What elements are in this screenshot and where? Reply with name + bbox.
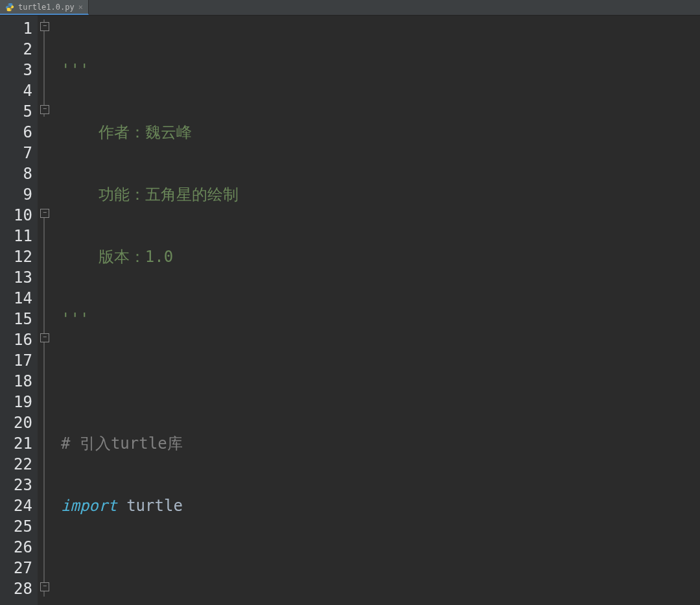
fold-marker[interactable]: − xyxy=(40,105,49,114)
code-line[interactable] xyxy=(61,558,700,578)
line-number: 23 xyxy=(0,475,32,495)
line-number: 14 xyxy=(0,288,32,309)
fold-column: − − − − − xyxy=(38,16,61,605)
code-line[interactable]: ''' xyxy=(61,60,700,80)
code-area[interactable]: ''' 作者：魏云峰 功能：五角星的绘制 版本：1.0 ''' # 引入turt… xyxy=(61,16,700,605)
line-number: 24 xyxy=(0,495,32,516)
file-tab[interactable]: turtle1.0.py × xyxy=(0,0,89,15)
line-number: 21 xyxy=(0,433,32,454)
line-number: 27 xyxy=(0,558,32,578)
code-line[interactable]: import turtle xyxy=(61,495,700,516)
fold-marker[interactable]: − xyxy=(40,209,49,218)
fold-marker[interactable]: − xyxy=(40,22,49,31)
line-number: 3 xyxy=(0,60,32,80)
line-number: 5 xyxy=(0,101,32,122)
line-number: 13 xyxy=(0,267,32,288)
fold-marker[interactable]: − xyxy=(40,582,49,591)
code-line[interactable]: ''' xyxy=(61,309,700,329)
line-number: 8 xyxy=(0,163,32,184)
line-number: 12 xyxy=(0,246,32,267)
line-number: 10 xyxy=(0,205,32,226)
line-number: 7 xyxy=(0,143,32,163)
tab-bar: turtle1.0.py × xyxy=(0,0,700,16)
line-number: 4 xyxy=(0,80,32,101)
code-line[interactable]: 作者：魏云峰 xyxy=(61,122,700,143)
line-number: 25 xyxy=(0,516,32,537)
close-tab-icon[interactable]: × xyxy=(78,3,83,11)
line-number: 18 xyxy=(0,371,32,392)
fold-marker[interactable]: − xyxy=(40,333,49,342)
line-number: 15 xyxy=(0,309,32,329)
code-line[interactable] xyxy=(61,371,700,392)
line-number: 2 xyxy=(0,39,32,60)
line-number: 17 xyxy=(0,350,32,371)
line-number: 28 xyxy=(0,578,32,599)
line-number: 1 xyxy=(0,18,32,39)
line-number: 16 xyxy=(0,329,32,350)
tab-filename: turtle1.0.py xyxy=(18,3,75,12)
python-file-icon xyxy=(5,3,14,12)
code-line[interactable]: 功能：五角星的绘制 xyxy=(61,184,700,205)
line-number: 22 xyxy=(0,454,32,475)
line-number: 26 xyxy=(0,537,32,558)
line-number: 11 xyxy=(0,226,32,246)
line-number: 19 xyxy=(0,392,32,412)
line-number-gutter: 1234567891011121314151617181920212223242… xyxy=(0,16,38,605)
line-number: 6 xyxy=(0,122,32,143)
code-editor[interactable]: 1234567891011121314151617181920212223242… xyxy=(0,16,700,605)
code-line[interactable]: 版本：1.0 xyxy=(61,246,700,267)
code-line[interactable]: # 引入turtle库 xyxy=(61,433,700,454)
line-number: 9 xyxy=(0,184,32,205)
line-number: 20 xyxy=(0,412,32,433)
